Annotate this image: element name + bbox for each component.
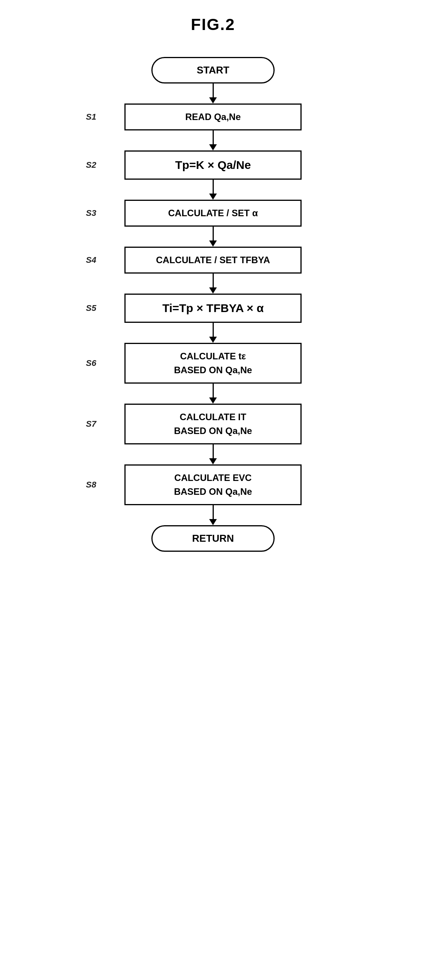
arrow-line (213, 505, 214, 519)
arrow-4 (78, 274, 348, 294)
label-s5: S5 (86, 303, 96, 313)
arrow-line (213, 444, 214, 458)
arrow-8 (78, 505, 348, 525)
box-s7-line1: CALCULATE IT (137, 410, 289, 424)
arrow-head (209, 287, 217, 294)
arrow-head (209, 194, 217, 200)
step-start: START (78, 57, 348, 83)
arrow-head (209, 97, 217, 104)
label-s4: S4 (86, 255, 96, 265)
arrow-0 (78, 83, 348, 104)
box-s6-line1: CALCULATE tε (137, 349, 289, 363)
arrow-6 (78, 384, 348, 404)
arrow-head (209, 458, 217, 464)
arrow-head (209, 240, 217, 247)
step-s7: S7 CALCULATE IT BASED ON Qa,Ne (78, 404, 348, 444)
label-s2: S2 (86, 160, 96, 170)
arrow-line (213, 274, 214, 287)
step-return: RETURN (78, 525, 348, 552)
box-s8-line2: BASED ON Qa,Ne (137, 485, 289, 499)
arrow-2 (78, 180, 348, 200)
box-s6-line2: BASED ON Qa,Ne (137, 363, 289, 377)
arrow-line (213, 130, 214, 144)
box-start: START (151, 57, 275, 83)
arrow-line (213, 180, 214, 194)
arrow-1 (78, 130, 348, 150)
label-s8: S8 (86, 480, 96, 490)
arrow-line (213, 384, 214, 397)
step-s2: S2 Tp=K × Qa/Ne (78, 150, 348, 180)
step-s8: S8 CALCULATE EVC BASED ON Qa,Ne (78, 464, 348, 505)
arrow-head (209, 144, 217, 150)
label-s1: S1 (86, 112, 96, 122)
arrow-line (213, 227, 214, 240)
step-s6: S6 CALCULATE tε BASED ON Qa,Ne (78, 343, 348, 384)
box-s7-line2: BASED ON Qa,Ne (137, 424, 289, 438)
step-s3: S3 CALCULATE / SET α (78, 200, 348, 227)
box-s6: CALCULATE tε BASED ON Qa,Ne (124, 343, 302, 384)
page-title: FIG.2 (191, 15, 235, 34)
step-s5: S5 Ti=Tp × TFBYA × α (78, 294, 348, 323)
arrow-head (209, 397, 217, 404)
arrow-head (209, 519, 217, 525)
box-return: RETURN (151, 525, 275, 552)
flowchart: START S1 READ Qa,Ne S2 Tp=K × Qa/Ne S3 C… (78, 57, 348, 552)
arrow-5 (78, 323, 348, 343)
box-s8-line1: CALCULATE EVC (137, 471, 289, 485)
arrow-line (213, 83, 214, 97)
arrow-3 (78, 227, 348, 247)
box-s7: CALCULATE IT BASED ON Qa,Ne (124, 404, 302, 444)
box-s5: Ti=Tp × TFBYA × α (124, 294, 302, 323)
arrow-head (209, 337, 217, 343)
box-s8: CALCULATE EVC BASED ON Qa,Ne (124, 464, 302, 505)
step-s1: S1 READ Qa,Ne (78, 104, 348, 130)
step-s4: S4 CALCULATE / SET TFBYA (78, 247, 348, 274)
label-s7: S7 (86, 419, 96, 429)
label-s6: S6 (86, 358, 96, 368)
arrow-line (213, 323, 214, 337)
arrow-7 (78, 444, 348, 464)
label-s3: S3 (86, 208, 96, 218)
box-s1: READ Qa,Ne (124, 104, 302, 130)
box-s2: Tp=K × Qa/Ne (124, 150, 302, 180)
box-s3: CALCULATE / SET α (124, 200, 302, 227)
box-s4: CALCULATE / SET TFBYA (124, 247, 302, 274)
